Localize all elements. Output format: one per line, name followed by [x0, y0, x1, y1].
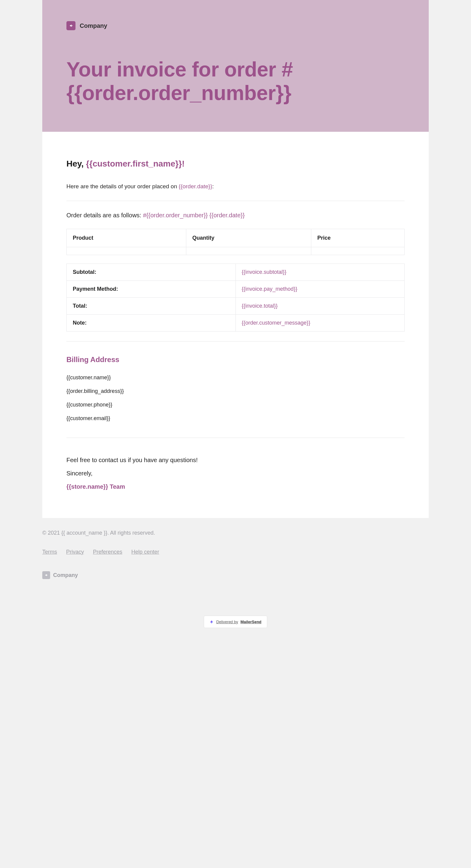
th-quantity: Quantity [186, 229, 311, 247]
header-section: Company Your invoice for order #{{order.… [42, 0, 429, 132]
subtotal-value: {{invoice.subtotal}} [236, 264, 405, 280]
greeting-prefix: Hey, [66, 159, 86, 168]
closing-team: {{store.name}} Team [66, 482, 405, 491]
bolt-icon [209, 620, 214, 624]
products-table: Product Quantity Price [66, 229, 405, 255]
subtotal-label: Subtotal: [67, 264, 236, 280]
delivered-badge[interactable]: Delivered by MailerSend [204, 616, 267, 628]
billing-name: {{customer.name}} [66, 374, 405, 382]
footer-link-terms[interactable]: Terms [42, 548, 57, 556]
total-value: {{invoice.total}} [236, 298, 405, 314]
table-row: Note: {{order.customer_message}} [67, 314, 405, 331]
totals-table: Subtotal: {{invoice.subtotal}} Payment M… [66, 264, 405, 332]
greeting-name: {{customer.first_name}}! [86, 159, 185, 168]
intro-date: {{order.date}} [179, 183, 212, 189]
table-row [67, 247, 405, 255]
order-details-line: Order details are as follows: #{{order.o… [66, 211, 405, 220]
table-row: Subtotal: {{invoice.subtotal}} [67, 264, 405, 280]
payment-label: Payment Method: [67, 280, 236, 298]
payment-value: {{invoice.pay_method}} [236, 280, 405, 298]
invoice-title: Your invoice for order #{{order.order_nu… [66, 57, 405, 104]
order-details-prefix: Order details are as follows: [66, 212, 143, 218]
cell-price [311, 247, 405, 255]
footer-link-help[interactable]: Help center [131, 548, 159, 556]
email-card: Company Your invoice for order #{{order.… [42, 0, 429, 518]
divider [66, 341, 405, 342]
cell-product [67, 247, 186, 255]
delivered-section: Delivered by MailerSend [42, 616, 429, 628]
intro-colon: : [212, 183, 214, 189]
billing-address: {{order.billing_address}} [66, 387, 405, 395]
intro-prefix: Here are the details of your order place… [66, 183, 179, 189]
closing-line2: Sincerely, [66, 469, 405, 478]
order-details-vars: #{{order.order_number}} {{order.date}} [143, 212, 244, 218]
brand-row: Company [66, 21, 405, 30]
divider [66, 438, 405, 438]
note-value: {{order.customer_message}} [236, 314, 405, 331]
body-section: Hey, {{customer.first_name}}! Here are t… [42, 132, 429, 518]
footer-link-privacy[interactable]: Privacy [66, 548, 84, 556]
closing-line1: Feel free to contact us if you have any … [66, 456, 405, 465]
table-row: Total: {{invoice.total}} [67, 298, 405, 314]
intro-text: Here are the details of your order place… [66, 182, 405, 191]
footer-brand: Company [42, 571, 429, 579]
billing-phone: {{customer.phone}} [66, 401, 405, 409]
delivered-name: MailerSend [240, 619, 261, 625]
footer-brand-name: Company [53, 571, 78, 579]
billing-heading: Billing Address [66, 354, 405, 365]
footer-section: © 2021 {{ account_name }}. All rights re… [42, 518, 429, 579]
footer-link-preferences[interactable]: Preferences [93, 548, 122, 556]
footer-brand-logo-icon [42, 571, 50, 579]
closing-block: Feel free to contact us if you have any … [66, 456, 405, 491]
total-label: Total: [67, 298, 236, 314]
th-product: Product [67, 229, 186, 247]
billing-email: {{customer.email}} [66, 414, 405, 423]
cell-quantity [186, 247, 311, 255]
brand-logo-icon [66, 21, 75, 30]
copyright: © 2021 {{ account_name }}. All rights re… [42, 529, 429, 537]
table-row: Payment Method: {{invoice.pay_method}} [67, 280, 405, 298]
th-price: Price [311, 229, 405, 247]
greeting: Hey, {{customer.first_name}}! [66, 157, 405, 170]
note-label: Note: [67, 314, 236, 331]
footer-links: Terms Privacy Preferences Help center [42, 548, 429, 556]
delivered-prefix: Delivered by [216, 619, 238, 625]
brand-name: Company [80, 21, 107, 30]
